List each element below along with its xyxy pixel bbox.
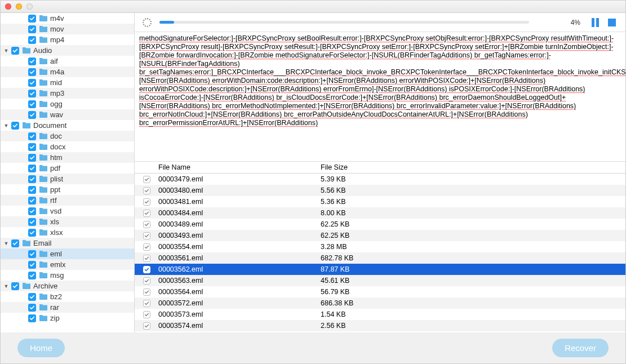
tree-row[interactable]: aif — [1, 56, 134, 66]
window-close-button[interactable] — [5, 3, 11, 10]
tree-checkbox[interactable] — [11, 122, 19, 130]
recover-button[interactable]: Recover — [552, 339, 609, 357]
tree-checkbox[interactable] — [28, 261, 36, 269]
table-row[interactable]: 00003484.eml8.00 KB — [135, 207, 625, 219]
tree-checkbox[interactable] — [28, 90, 36, 97]
tree-checkbox[interactable] — [28, 15, 36, 23]
row-checkbox[interactable] — [143, 210, 150, 217]
tree-checkbox[interactable] — [28, 229, 36, 237]
tree-checkbox[interactable] — [28, 175, 36, 183]
tree-row[interactable]: mov — [1, 24, 134, 34]
row-checkbox[interactable] — [143, 322, 150, 330]
tree-row[interactable]: m4v — [1, 13, 134, 24]
row-checkbox[interactable] — [143, 176, 150, 183]
tree-row[interactable]: ogg — [1, 99, 134, 109]
window-zoom-button[interactable] — [26, 3, 33, 10]
tree-checkbox[interactable] — [28, 165, 36, 172]
tree-checkbox[interactable] — [28, 186, 36, 194]
table-row[interactable]: 00003573.eml1.54 KB — [135, 309, 625, 320]
table-row[interactable]: 00003480.eml5.56 KB — [135, 185, 625, 196]
tree-row[interactable]: xls — [1, 216, 134, 227]
tree-row[interactable]: pdf — [1, 163, 134, 174]
table-row[interactable]: 00003554.eml3.28 MB — [135, 241, 625, 252]
tree-checkbox[interactable] — [11, 47, 19, 55]
tree-row[interactable]: ▼Document — [1, 120, 134, 131]
table-row[interactable]: 00003481.eml5.36 KB — [135, 196, 625, 207]
tree-row[interactable]: ▼Email — [1, 238, 134, 248]
table-row[interactable]: 00003564.eml56.79 KB — [135, 286, 625, 298]
row-checkbox[interactable] — [143, 243, 150, 251]
tree-row[interactable]: eml — [1, 248, 134, 259]
tree-checkbox[interactable] — [11, 239, 19, 247]
tree-row[interactable]: m4a — [1, 66, 134, 77]
tree-row[interactable]: wav — [1, 109, 134, 120]
row-checkbox[interactable] — [143, 277, 150, 285]
tree-checkbox[interactable] — [28, 218, 36, 226]
tree-row[interactable]: ▼Audio — [1, 45, 134, 56]
tree-checkbox[interactable] — [11, 282, 19, 290]
row-checkbox[interactable] — [143, 266, 150, 273]
tree-row[interactable]: ▼Archive — [1, 281, 134, 291]
tree-row[interactable]: rar — [1, 302, 134, 313]
window-minimize-button[interactable] — [16, 3, 22, 10]
tree-row[interactable]: xlsx — [1, 227, 134, 238]
table-row[interactable]: 00003489.eml62.25 KB — [135, 219, 625, 230]
tree-checkbox[interactable] — [28, 57, 36, 65]
tree-row[interactable]: ppt — [1, 184, 134, 195]
tree-row[interactable]: rtf — [1, 195, 134, 206]
row-checkbox[interactable] — [143, 221, 150, 228]
column-file-name[interactable]: File Name — [158, 162, 321, 173]
tree-row[interactable]: doc — [1, 131, 134, 141]
tree-row[interactable]: mid — [1, 77, 134, 88]
stop-button[interactable] — [606, 17, 618, 28]
tree-checkbox[interactable] — [28, 25, 36, 33]
tree-row[interactable]: msg — [1, 270, 134, 281]
tree-checkbox[interactable] — [28, 100, 36, 108]
tree-row[interactable]: htm — [1, 152, 134, 163]
tree-row[interactable]: plist — [1, 174, 134, 184]
row-checkbox[interactable] — [143, 311, 150, 318]
row-checkbox[interactable] — [143, 300, 150, 307]
tree-checkbox[interactable] — [28, 272, 36, 279]
expand-icon[interactable]: ▼ — [3, 48, 10, 54]
tree-row[interactable]: bz2 — [1, 291, 134, 302]
filetype-tree[interactable]: m4vmovmp4▼Audioaifm4amidmp3oggwav▼Docume… — [1, 13, 135, 332]
expand-icon[interactable]: ▼ — [3, 241, 10, 246]
row-checkbox[interactable] — [143, 288, 150, 296]
table-row[interactable]: 00003561.eml682.78 KB — [135, 252, 625, 264]
tree-checkbox[interactable] — [28, 154, 36, 162]
tree-checkbox[interactable] — [28, 79, 36, 87]
row-checkbox[interactable] — [143, 232, 150, 239]
tree-row[interactable]: vsd — [1, 206, 134, 216]
column-file-size[interactable]: File Size — [321, 162, 625, 173]
tree-checkbox[interactable] — [28, 250, 36, 258]
tree-row[interactable]: emlx — [1, 259, 134, 270]
tree-row[interactable]: mp3 — [1, 88, 134, 99]
tree-checkbox[interactable] — [28, 68, 36, 76]
tree-checkbox[interactable] — [28, 36, 36, 44]
tree-row[interactable]: docx — [1, 141, 134, 152]
table-row[interactable]: 00003479.eml5.39 KB — [135, 174, 625, 185]
table-row[interactable]: 00003563.eml45.61 KB — [135, 275, 625, 286]
expand-icon[interactable]: ▼ — [3, 123, 10, 128]
home-button[interactable]: Home — [17, 339, 65, 357]
tree-row[interactable]: zip — [1, 313, 134, 323]
table-row[interactable]: 00003574.eml2.56 KB — [135, 320, 625, 331]
expand-icon[interactable]: ▼ — [3, 283, 10, 289]
tree-checkbox[interactable] — [28, 197, 36, 205]
tree-checkbox[interactable] — [28, 132, 36, 140]
tree-checkbox[interactable] — [28, 143, 36, 151]
row-checkbox[interactable] — [143, 255, 150, 262]
tree-checkbox[interactable] — [28, 207, 36, 215]
tree-checkbox[interactable] — [28, 293, 36, 301]
file-table[interactable]: File Name File Size 00003479.eml5.39 KB0… — [135, 162, 625, 332]
tree-checkbox[interactable] — [28, 304, 36, 312]
row-checkbox[interactable] — [143, 198, 150, 206]
tree-checkbox[interactable] — [28, 314, 36, 322]
table-row[interactable]: 00003562.eml87.87 KB — [135, 264, 625, 275]
table-row[interactable]: 00003572.eml686.38 KB — [135, 298, 625, 309]
row-checkbox[interactable] — [143, 187, 150, 194]
tree-checkbox[interactable] — [28, 111, 36, 119]
tree-row[interactable]: mp4 — [1, 34, 134, 45]
table-row[interactable]: 00003493.eml62.25 KB — [135, 230, 625, 241]
